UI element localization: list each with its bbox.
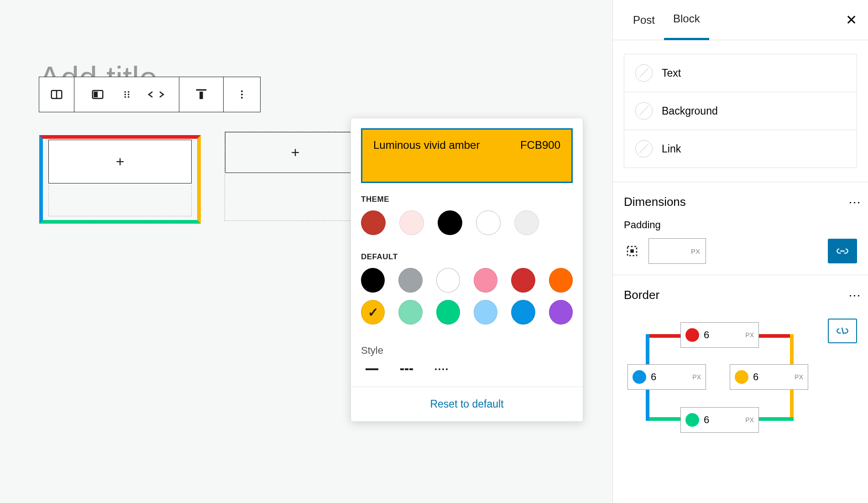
svg-point-12 — [241, 90, 243, 92]
unlink-sides-button[interactable] — [828, 319, 857, 343]
border-bottom-input[interactable]: 6 PX — [680, 407, 759, 433]
column-block-icon[interactable] — [85, 77, 110, 112]
svg-point-6 — [124, 94, 126, 95]
align-button[interactable] — [179, 77, 223, 112]
swatch-lightgreen[interactable] — [398, 300, 422, 325]
default-swatch-row-1 — [361, 268, 573, 293]
background-color-swatch — [635, 102, 653, 120]
plus-icon: + — [116, 153, 125, 170]
background-color-label: Background — [662, 105, 718, 117]
svg-rect-3 — [94, 92, 98, 98]
close-sidebar-icon[interactable]: ✕ — [846, 12, 857, 28]
svg-rect-16 — [630, 249, 634, 253]
style-dashed[interactable] — [398, 364, 415, 375]
border-top-swatch[interactable] — [685, 328, 699, 342]
swatch-red[interactable] — [511, 268, 535, 293]
padding-input[interactable]: PX — [648, 238, 706, 264]
style-dotted[interactable] — [433, 364, 450, 375]
padding-control: PX — [624, 238, 857, 264]
border-left-swatch[interactable] — [633, 370, 646, 384]
text-color-label: Text — [662, 67, 681, 79]
border-section: Border ⋮ 6 PX 6 PX — [613, 275, 868, 450]
swatch-purple[interactable] — [549, 300, 573, 325]
block-appender[interactable]: + — [48, 140, 192, 183]
padding-label: Padding — [624, 219, 857, 231]
border-right-unit: PX — [795, 373, 803, 381]
svg-point-14 — [241, 97, 243, 99]
theme-swatch-row — [361, 210, 573, 235]
border-bottom-value: 6 — [704, 414, 741, 426]
color-settings-list: Text Background Link — [624, 54, 857, 168]
border-top-input[interactable]: 6 PX — [680, 322, 759, 348]
style-solid[interactable] — [364, 364, 380, 375]
swatch-blue[interactable] — [511, 300, 535, 325]
link-color-swatch — [635, 140, 653, 157]
column-block-selected[interactable]: + — [36, 131, 204, 227]
border-top-value: 6 — [704, 329, 741, 341]
swatch-theme-1[interactable] — [361, 210, 386, 235]
swatch-orange[interactable] — [549, 268, 573, 293]
tab-post[interactable]: Post — [624, 1, 664, 39]
swatch-green[interactable] — [436, 300, 460, 325]
dimensions-section: Dimensions ⋮ Padding PX — [613, 182, 868, 275]
column-block-2[interactable]: + — [225, 131, 366, 221]
swatch-black[interactable] — [361, 268, 385, 293]
default-swatch-row-2 — [361, 300, 573, 325]
theme-palette-label: THEME — [361, 195, 573, 204]
block-toolbar — [39, 77, 261, 112]
svg-point-4 — [124, 91, 126, 93]
dimensions-title: Dimensions — [624, 195, 686, 209]
block-appender-2[interactable]: + — [225, 132, 366, 173]
color-hex: FCB900 — [520, 139, 560, 152]
link-sides-button[interactable] — [828, 239, 857, 263]
dimensions-options-icon[interactable]: ⋮ — [852, 197, 857, 208]
text-color-row[interactable]: Text — [624, 54, 857, 92]
border-right-value: 6 — [753, 371, 790, 383]
svg-point-5 — [127, 91, 129, 93]
swatch-theme-5[interactable] — [514, 210, 539, 235]
default-palette-label: DEFAULT — [361, 252, 573, 262]
swatch-pink[interactable] — [474, 268, 497, 293]
plus-icon: + — [291, 144, 300, 161]
svg-point-9 — [127, 96, 129, 98]
column-border-preview: + — [39, 135, 201, 224]
border-right-swatch[interactable] — [735, 370, 748, 384]
svg-point-8 — [124, 96, 126, 98]
swatch-gray[interactable] — [398, 268, 422, 293]
swatch-theme-3[interactable] — [438, 210, 462, 235]
sidebar-tabs: Post Block ✕ — [613, 0, 868, 40]
columns-block: + + — [36, 131, 366, 227]
border-options-icon[interactable]: ⋮ — [852, 290, 857, 301]
padding-sides-icon[interactable] — [624, 243, 640, 259]
border-left-input[interactable]: 6 PX — [627, 364, 706, 390]
border-left-value: 6 — [651, 371, 688, 383]
move-left-right-icon[interactable] — [143, 77, 169, 112]
swatch-lightblue[interactable] — [474, 300, 497, 325]
swatch-amber-selected[interactable] — [361, 300, 385, 325]
border-left-unit: PX — [692, 373, 701, 381]
tab-block[interactable]: Block — [664, 0, 709, 40]
drag-handle-icon[interactable] — [114, 77, 140, 112]
swatch-theme-2[interactable] — [399, 210, 424, 235]
color-preview[interactable]: Luminous vivid amber FCB900 — [361, 128, 573, 183]
link-color-label: Link — [662, 143, 681, 155]
background-color-row[interactable]: Background — [624, 92, 857, 130]
columns-block-icon[interactable] — [39, 77, 74, 112]
settings-sidebar: Post Block ✕ Text Background Link Dimens… — [612, 0, 868, 503]
svg-point-7 — [127, 94, 129, 95]
border-bottom-swatch[interactable] — [685, 413, 699, 427]
link-color-row[interactable]: Link — [624, 130, 857, 168]
editor-canvas: Add title — [0, 0, 612, 503]
text-color-swatch — [635, 64, 653, 82]
color-picker-popover: Luminous vivid amber FCB900 THEME DEFAUL… — [350, 118, 583, 422]
border-style-row — [351, 363, 583, 387]
swatch-theme-4[interactable] — [476, 210, 501, 235]
border-right-input[interactable]: 6 PX — [730, 364, 808, 390]
more-options-button[interactable] — [224, 77, 260, 112]
swatch-white[interactable] — [436, 268, 460, 293]
svg-rect-11 — [199, 92, 203, 99]
border-bottom-unit: PX — [745, 416, 754, 424]
border-title: Border — [624, 288, 659, 302]
border-top-unit: PX — [745, 331, 754, 339]
reset-to-default[interactable]: Reset to default — [430, 398, 503, 410]
